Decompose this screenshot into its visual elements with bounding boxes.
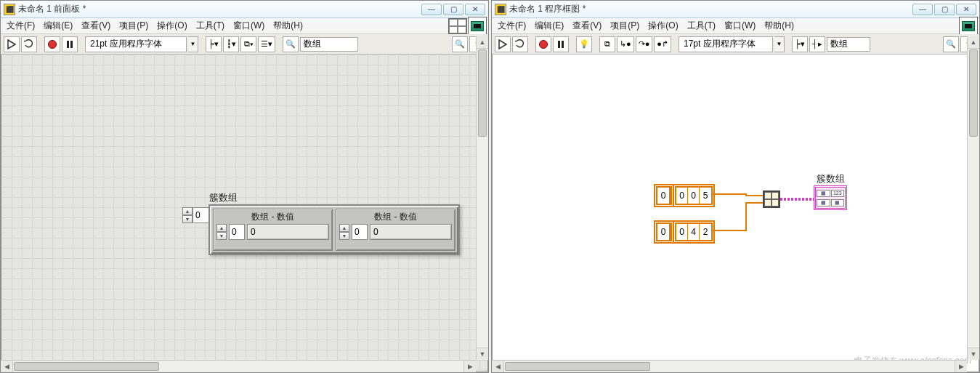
array-element-1[interactable]: 数组 - 数值 ▲ ▼ 0 0	[336, 209, 455, 251]
highlight-execution-button[interactable]: 💡	[576, 36, 592, 52]
front-panel-window: ⬛ 未命名 1 前面板 * — ▢ ✕ 文件(F) 编辑(E) 查看(V) 项目…	[0, 0, 489, 373]
menu-file[interactable]: 文件(F)	[493, 18, 530, 33]
menu-view[interactable]: 查看(V)	[568, 18, 606, 33]
font-selector[interactable]: 21pt 应用程序字体	[85, 36, 187, 52]
labview-app-icon: ⬛	[4, 4, 15, 15]
search-input[interactable]: 数组	[827, 37, 870, 52]
array-1-cell-0[interactable]: 0	[676, 188, 688, 204]
array-1-caption: 数组 - 数值	[339, 211, 452, 224]
align-objects-button[interactable]: ╞▾	[792, 36, 808, 52]
scroll-thumb[interactable]	[505, 362, 650, 371]
close-button[interactable]: ✕	[465, 4, 485, 15]
front-panel-canvas[interactable]: 簇数组 ▲ ▼ 0 数组 - 数值 ▲ ▼ 0 0	[1, 55, 488, 372]
cleanup-diagram-button[interactable]: ┤▸	[809, 36, 825, 52]
menu-operate[interactable]: 操作(O)	[644, 18, 682, 33]
array-1-cell-1[interactable]: 0	[688, 188, 700, 204]
cluster-index-control[interactable]: ▲ ▼ 0	[182, 207, 211, 223]
search-button[interactable]: 🔍	[283, 36, 299, 52]
menu-window[interactable]: 窗口(W)	[720, 18, 760, 33]
array-constant-2-cells[interactable]: 0 4 2	[673, 220, 715, 244]
menu-file[interactable]: 文件(F)	[2, 18, 39, 33]
horizontal-scrollbar[interactable]: ◀▶	[492, 360, 967, 372]
block-diagram-canvas[interactable]: 0 0 0 5 0 0 4 2	[492, 55, 979, 372]
step-out-button[interactable]: ●↱	[654, 36, 671, 52]
search-input[interactable]: 数组	[300, 37, 358, 52]
menu-help[interactable]: 帮助(H)	[269, 18, 307, 33]
array-0-index[interactable]: 0	[229, 224, 245, 240]
array-1-index-increment[interactable]: ▲	[339, 224, 349, 232]
font-label: 21pt 应用程序字体	[90, 38, 162, 50]
abort-button[interactable]	[535, 36, 551, 52]
scroll-thumb[interactable]	[969, 49, 978, 137]
array-2-cell-0[interactable]: 0	[676, 224, 688, 240]
close-button[interactable]: ✕	[956, 4, 976, 15]
labview-app-icon: ⬛	[495, 4, 506, 15]
run-continuously-button[interactable]	[21, 36, 37, 52]
array-constant-2[interactable]: 0	[654, 220, 674, 244]
step-into-button[interactable]: ↳●	[617, 36, 634, 52]
scroll-thumb[interactable]	[478, 49, 487, 137]
horizontal-scrollbar[interactable]: ◀▶	[1, 360, 476, 372]
menu-operate[interactable]: 操作(O)	[153, 18, 191, 33]
resize-objects-button[interactable]: ⧉▾	[240, 36, 256, 52]
font-dropdown-button[interactable]: ▼	[774, 36, 785, 52]
font-selector[interactable]: 17pt 应用程序字体	[679, 36, 773, 52]
search-text: 数组	[304, 38, 321, 50]
scroll-thumb[interactable]	[14, 362, 159, 371]
menu-project[interactable]: 项目(P)	[606, 18, 644, 33]
menu-window[interactable]: 窗口(W)	[229, 18, 269, 33]
pause-button[interactable]	[553, 36, 569, 52]
array-1-index[interactable]: 0	[657, 188, 671, 204]
menu-project[interactable]: 项目(P)	[115, 18, 153, 33]
index-increment-button[interactable]: ▲	[182, 207, 193, 215]
menu-view[interactable]: 查看(V)	[77, 18, 115, 33]
vi-icon[interactable]	[959, 17, 978, 36]
cluster-array-indicator[interactable]: ▦123 ▦▦	[814, 185, 847, 210]
array-1-cell-2[interactable]: 5	[700, 188, 711, 204]
array-1-value[interactable]: 0	[370, 224, 452, 240]
align-objects-button[interactable]: ╞▾	[206, 36, 222, 52]
array-2-cell-1[interactable]: 4	[688, 224, 700, 240]
font-dropdown-button[interactable]: ▼	[188, 36, 198, 52]
array-1-index-decrement[interactable]: ▼	[339, 232, 349, 240]
search-icon[interactable]: 🔍	[943, 36, 959, 52]
abort-button[interactable]	[44, 36, 60, 52]
array-constant-1-cells[interactable]: 0 0 5	[673, 184, 715, 207]
run-continuously-button[interactable]	[512, 36, 528, 52]
array-1-index[interactable]: 0	[352, 224, 368, 240]
minimize-button[interactable]: —	[421, 4, 442, 15]
connector-pane-icon[interactable]	[448, 18, 467, 34]
maximize-button[interactable]: ▢	[443, 4, 463, 15]
array-constant-1[interactable]: 0	[654, 184, 674, 207]
block-diagram-titlebar[interactable]: ⬛ 未命名 1 程序框图 * — ▢ ✕	[492, 1, 979, 18]
array-2-cell-2[interactable]: 2	[700, 224, 711, 240]
array-element-0[interactable]: 数组 - 数值 ▲ ▼ 0 0	[213, 209, 333, 251]
menu-edit[interactable]: 编辑(E)	[39, 18, 77, 33]
run-button[interactable]	[4, 36, 20, 52]
array-0-value[interactable]: 0	[247, 224, 329, 240]
menu-tools[interactable]: 工具(T)	[192, 18, 229, 33]
block-diagram-window: ⬛ 未命名 1 程序框图 * — ▢ ✕ 文件(F) 编辑(E) 查看(V) 项…	[491, 0, 980, 373]
minimize-button[interactable]: —	[912, 4, 933, 15]
array-0-index-increment[interactable]: ▲	[216, 224, 227, 232]
distribute-objects-button[interactable]: ┇▾	[223, 36, 239, 52]
run-button[interactable]	[495, 36, 511, 52]
vertical-scrollbar[interactable]: ▲▼	[476, 36, 488, 360]
menu-tools[interactable]: 工具(T)	[683, 18, 720, 33]
build-cluster-array-node[interactable]	[763, 190, 780, 208]
pause-button[interactable]	[62, 36, 78, 52]
reorder-button[interactable]: ☰▾	[258, 36, 275, 52]
array-0-index-decrement[interactable]: ▼	[216, 232, 227, 240]
search-icon[interactable]: 🔍	[452, 36, 468, 52]
retain-wire-values-button[interactable]: ⧉	[599, 36, 615, 52]
index-decrement-button[interactable]: ▼	[182, 215, 193, 223]
cluster-array-body[interactable]: 数组 - 数值 ▲ ▼ 0 0 数组 - 数值 ▲ ▼ 0	[208, 204, 460, 255]
menu-edit[interactable]: 编辑(E)	[530, 18, 568, 33]
menu-help[interactable]: 帮助(H)	[760, 18, 798, 33]
front-panel-titlebar[interactable]: ⬛ 未命名 1 前面板 * — ▢ ✕	[1, 1, 488, 18]
array-2-index[interactable]: 0	[657, 224, 671, 240]
step-over-button[interactable]: ↷●	[636, 36, 653, 52]
vertical-scrollbar[interactable]: ▲▼	[967, 36, 979, 360]
vi-icon[interactable]	[468, 17, 487, 36]
maximize-button[interactable]: ▢	[934, 4, 955, 15]
